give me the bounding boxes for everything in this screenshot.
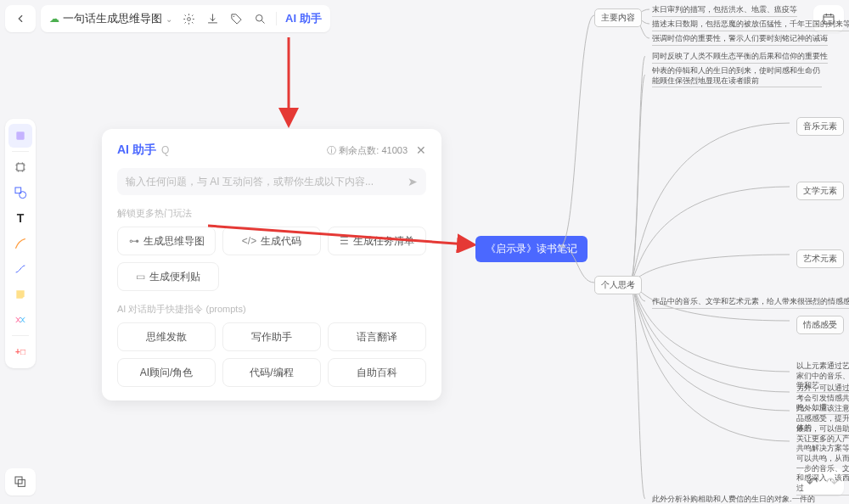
- ai-input-container: ➤: [117, 168, 426, 195]
- mm-leaf[interactable]: 描述末日数期，包括恶魔的被放伍猛性，千年王国的到来等: [652, 19, 849, 31]
- ai-panel-title: AI 助手: [117, 143, 156, 158]
- help-icon[interactable]: Q: [161, 144, 169, 156]
- prompt-diverge[interactable]: 思维发散: [117, 322, 216, 351]
- prompt-translate[interactable]: 语言翻译: [328, 322, 426, 351]
- info-icon: ⓘ: [327, 144, 336, 157]
- download-icon[interactable]: [205, 11, 220, 26]
- svg-point-7: [20, 192, 26, 199]
- mm-leaf[interactable]: 作品中的音乐、文学和艺术元素，给人带来很强烈的情感感受: [652, 296, 849, 309]
- mm-leaf[interactable]: 强调时信仰的重要性，警示人们要时刻铭记神的诫诲: [652, 33, 828, 46]
- chevron-down-icon: ⌄: [166, 14, 172, 24]
- ai-panel-header: AI 助手 Q ⓘ 剩余点数: 41003 ✕: [117, 143, 426, 158]
- mindmap-tool[interactable]: [8, 308, 32, 332]
- generate-tasks-button[interactable]: ☰生成任务清单: [328, 227, 426, 255]
- action-label: 生成便利贴: [149, 270, 200, 284]
- add-tool[interactable]: +□: [8, 339, 32, 363]
- sticky-tool[interactable]: [8, 283, 32, 306]
- search-icon[interactable]: [252, 11, 267, 26]
- ai-assistant-panel: AI 助手 Q ⓘ 剩余点数: 41003 ✕ ➤ 解锁更多热门玩法 ⊶生成思维…: [102, 129, 441, 400]
- points-label: 剩余点数:: [339, 144, 379, 157]
- generate-mindmap-button[interactable]: ⊶生成思维导图: [117, 227, 216, 255]
- mm-leaf[interactable]: 此外分析补购相助和人费信的生日的对象.一件的: [652, 494, 815, 504]
- close-button[interactable]: ✕: [416, 143, 426, 157]
- action-label: 生成思维导图: [143, 234, 205, 249]
- generate-code-button[interactable]: </>生成代码: [222, 227, 321, 255]
- mm-leaf[interactable]: 钟表的停辑和人的生日的到来，使时间感和生命仍能顾住保强烈地显现在读者眼前: [652, 66, 822, 87]
- svg-rect-9: [18, 479, 25, 486]
- prompt-consult[interactable]: AI顾问/角色: [117, 358, 216, 387]
- left-toolbar: T +□: [5, 119, 36, 368]
- generate-sticky-button[interactable]: ▭生成便利贴: [117, 262, 219, 291]
- mm-leaf[interactable]: 最后，可以借助相关让更多的人产生共鸣解决方案等，可以共鸣，从而进一步的音乐、文学…: [796, 424, 849, 496]
- mm-leaf[interactable]: 末日审判的描写，包括洪水、地震、瘟疫等: [652, 4, 797, 17]
- settings-icon[interactable]: [181, 11, 196, 26]
- prompt-wiki[interactable]: 自助百科: [328, 358, 426, 387]
- svg-point-2: [256, 14, 262, 21]
- svg-rect-4: [16, 132, 24, 139]
- text-tool[interactable]: T: [8, 206, 32, 230]
- mindmap-canvas[interactable]: 主要内容 个人思考 末日审判的描写，包括洪水、地震、瘟疫等 描述末日数期，包括恶…: [560, 0, 849, 504]
- hot-features-label: 解锁更多热门玩法: [117, 207, 426, 220]
- top-toolbar: ☁ 一句话生成思维导图 ⌄ AI 助手: [5, 5, 330, 32]
- mm-node-art[interactable]: 艺术元素: [796, 249, 844, 268]
- frame-tool[interactable]: [8, 155, 32, 179]
- svg-point-1: [233, 15, 233, 16]
- svg-rect-8: [15, 477, 22, 484]
- title-text: 一句话生成思维导图: [63, 11, 162, 26]
- separator: [12, 335, 29, 336]
- send-button[interactable]: ➤: [408, 175, 418, 188]
- arrow-down: [272, 37, 306, 131]
- mm-node-music[interactable]: 音乐元素: [796, 117, 844, 136]
- action-label: 生成代码: [261, 234, 301, 249]
- select-tool[interactable]: [8, 124, 32, 148]
- action-label: 生成任务清单: [353, 234, 414, 249]
- shape-tool[interactable]: [8, 181, 32, 204]
- svg-rect-5: [17, 164, 24, 171]
- mm-node-emotion[interactable]: 情感感受: [796, 316, 844, 334]
- cloud-icon: ☁: [49, 13, 59, 25]
- tag-icon[interactable]: [228, 11, 244, 26]
- layers-button[interactable]: [5, 468, 36, 496]
- prompt-write[interactable]: 写作助手: [222, 322, 321, 351]
- back-button[interactable]: [5, 5, 36, 32]
- pen-tool[interactable]: [8, 232, 32, 255]
- svg-point-0: [187, 17, 190, 20]
- chevron-left-icon: [14, 13, 26, 25]
- mm-node-personal[interactable]: 个人思考: [594, 276, 642, 294]
- layers-icon: [14, 475, 27, 489]
- mm-node-main-content[interactable]: 主要内容: [594, 8, 642, 27]
- mm-node-literature[interactable]: 文学元素: [796, 182, 844, 200]
- mindmap-icon: ⊶: [129, 235, 139, 247]
- ai-prompt-input[interactable]: [126, 176, 408, 188]
- separator: [276, 12, 277, 25]
- sticky-icon: ▭: [136, 271, 145, 283]
- separator: [12, 151, 29, 152]
- prompts-section-label: AI 对话助手快捷指令 (prompts): [117, 303, 426, 316]
- code-icon: </>: [242, 235, 256, 247]
- tasks-icon: ☰: [340, 235, 349, 247]
- document-title[interactable]: ☁ 一句话生成思维导图 ⌄: [49, 11, 172, 26]
- points-remaining: ⓘ 剩余点数: 41003: [327, 144, 408, 157]
- ai-assistant-toolbar-button[interactable]: AI 助手: [285, 11, 322, 26]
- title-group: ☁ 一句话生成思维导图 ⌄ AI 助手: [41, 5, 330, 32]
- prompt-coding[interactable]: 代码/编程: [222, 358, 321, 387]
- mm-leaf[interactable]: 同时反映了人类不顾生态平衡的后果和信仰的重要性: [652, 51, 828, 64]
- points-value: 41003: [381, 145, 408, 155]
- connector-tool[interactable]: [8, 257, 32, 281]
